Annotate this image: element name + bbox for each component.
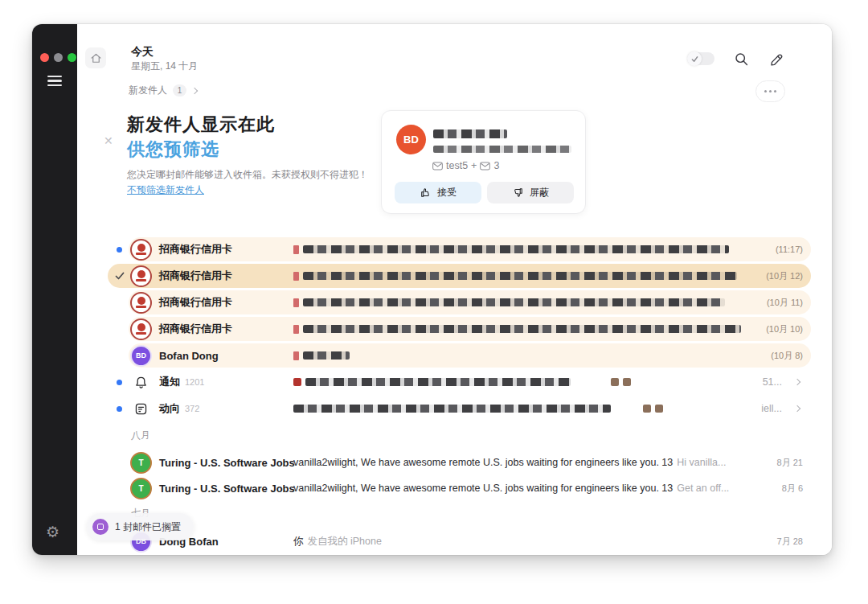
home-icon	[90, 52, 102, 64]
thumbs-down-icon	[512, 187, 524, 199]
sidebar: ⚙	[32, 24, 77, 555]
selected-check-icon[interactable]	[109, 271, 130, 281]
email-row[interactable]: 招商银行信用卡 (10月 10)	[109, 317, 811, 341]
screener-sender-card: BD test5 + 3 接受	[381, 110, 586, 214]
redacted-subject	[293, 351, 745, 360]
notifications-row[interactable]: 通知 1201 51...	[109, 370, 811, 394]
email-row[interactable]: DB Dong Bofan 你 发自我的 iPhone 7月 28	[109, 529, 811, 553]
redacted-subject	[293, 378, 714, 386]
subject-snippet: vanilla2wilight, We have awesome remote …	[293, 457, 745, 468]
block-button[interactable]: 屏蔽	[487, 182, 574, 203]
zoom-window-button[interactable]	[68, 53, 76, 62]
email-row[interactable]: BD Bofan Dong (10月 8)	[109, 343, 811, 368]
screener-count-badge: 1	[173, 84, 186, 97]
screenshot-canvas: ⚙ 今天 星期五, 14 十月	[0, 0, 868, 604]
page-date: 星期五, 14 十月	[131, 60, 198, 73]
cmb-bank-avatar	[130, 265, 152, 287]
check-icon	[687, 51, 702, 66]
cmb-bank-avatar	[130, 292, 152, 314]
ellipsis-icon	[764, 90, 767, 92]
page-title: 今天	[131, 45, 154, 60]
group-name: 通知	[159, 375, 180, 389]
bofan-avatar: BD	[130, 345, 152, 367]
redacted-subject	[293, 245, 745, 254]
email-row[interactable]: 招商银行信用卡 (10月 11)	[109, 290, 811, 314]
group-name: 动向	[159, 401, 180, 416]
email-row[interactable]: T Turing - U.S. Software Jobs vanilla2wi…	[109, 450, 811, 475]
set-aside-toast[interactable]: 1 封邮件已搁置	[87, 513, 194, 540]
screener-breadcrumb[interactable]: 新发件人 1	[129, 84, 197, 97]
group-count: 372	[185, 404, 199, 413]
settings-gear-icon[interactable]: ⚙	[46, 523, 59, 540]
turing-avatar: T	[130, 478, 152, 499]
mark-done-toggle[interactable]	[687, 52, 714, 65]
redacted-subject	[293, 298, 745, 307]
redacted-sender-name	[433, 129, 507, 138]
account-name: test5	[446, 160, 468, 171]
redacted-subject	[293, 272, 745, 281]
traffic-lights	[40, 53, 76, 62]
redacted-sender-email	[433, 146, 571, 153]
envelope-icon	[432, 162, 443, 171]
main-content: 今天 星期五, 14 十月	[77, 24, 832, 555]
accept-label: 接受	[437, 186, 457, 199]
cmb-bank-avatar	[130, 318, 152, 340]
sender-avatar: BD	[396, 125, 426, 154]
app-window: ⚙ 今天 星期五, 14 十月	[32, 24, 832, 555]
menu-icon[interactable]	[47, 76, 62, 86]
feed-row[interactable]: 动向 372 iell...	[109, 397, 811, 421]
trailing-snippet: iell...	[761, 403, 782, 414]
email-time: (10月 11)	[767, 297, 803, 309]
email-time: (10月 12)	[766, 270, 803, 282]
group-count: 1201	[185, 377, 204, 387]
search-icon[interactable]	[732, 50, 750, 68]
email-date: 7月 28	[777, 536, 803, 548]
turing-avatar: T	[130, 452, 152, 474]
screener-opt-out-link[interactable]: 不预筛选新发件人	[127, 183, 204, 197]
sender-name: 招商银行信用卡	[159, 269, 232, 283]
chevron-right-icon	[191, 87, 198, 93]
sender-name: Turing - U.S. Software Jobs	[159, 483, 295, 495]
redacted-subject	[293, 325, 745, 334]
block-label: 屏蔽	[530, 186, 549, 199]
email-date: 8月 6	[782, 483, 803, 495]
email-row[interactable]: T Turing - U.S. Software Jobs vanilla2wi…	[109, 476, 811, 500]
close-window-button[interactable]	[40, 53, 49, 62]
accept-button[interactable]: 接受	[395, 182, 481, 203]
subject-snippet: vanilla2wilight, We have awesome remote …	[293, 483, 745, 494]
sender-name: 招商银行信用卡	[159, 295, 232, 310]
section-header-august: 八月	[131, 429, 150, 442]
unread-dot	[117, 406, 122, 412]
unread-dot	[117, 247, 122, 253]
thumbs-up-icon	[420, 187, 432, 199]
sender-meta: test5 + 3	[432, 160, 499, 171]
banner-description: 您决定哪封邮件能够进入收件箱。未获授权则不得进犯！	[127, 168, 368, 182]
more-options-button[interactable]	[755, 80, 785, 102]
email-row[interactable]: 招商银行信用卡 (11:17)	[109, 237, 811, 261]
bell-icon	[130, 375, 152, 390]
sender-name: 招商银行信用卡	[159, 242, 232, 257]
banner-heading-1: 新发件人显示在此	[127, 113, 275, 137]
sender-name: Turing - U.S. Software Jobs	[159, 457, 295, 469]
home-button[interactable]	[85, 47, 106, 68]
email-time: (11:17)	[776, 244, 803, 254]
email-time: (10月 8)	[771, 350, 803, 362]
toast-text: 1 封邮件已搁置	[115, 520, 181, 534]
feed-icon	[130, 401, 152, 417]
email-date: 8月 21	[777, 457, 803, 469]
envelope-icon	[480, 162, 490, 171]
toolbar	[687, 50, 785, 68]
chevron-right-icon	[794, 405, 800, 412]
compose-pencil-icon[interactable]	[768, 50, 785, 68]
set-aside-icon	[92, 519, 108, 535]
message-count: 3	[493, 160, 499, 171]
plus-sign: +	[471, 160, 477, 171]
minimize-window-button[interactable]	[54, 53, 63, 62]
email-row-selected[interactable]: 招商银行信用卡 (10月 12)	[109, 264, 811, 288]
unread-dot	[117, 380, 122, 385]
chevron-right-icon	[794, 379, 800, 385]
sender-name: 招商银行信用卡	[159, 322, 232, 336]
cmb-bank-avatar	[130, 239, 152, 261]
banner-heading-2: 供您预筛选	[127, 138, 219, 162]
banner-close-icon[interactable]: ✕	[104, 134, 113, 147]
